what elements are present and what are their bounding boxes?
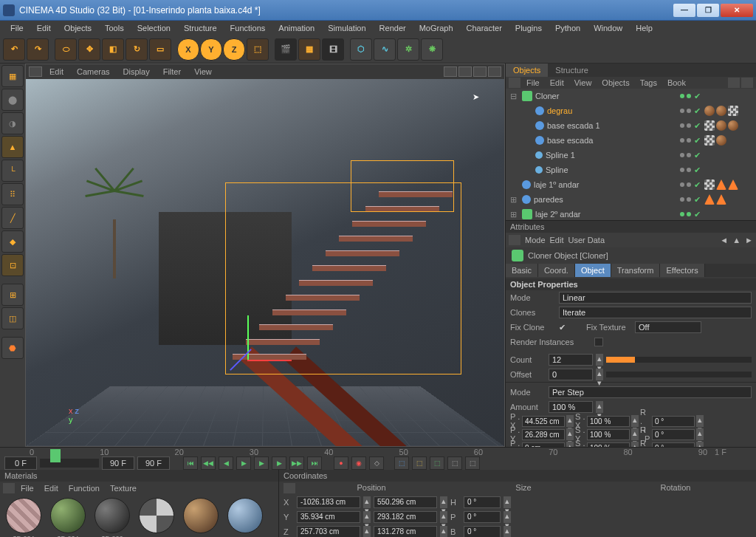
vp-menu-display[interactable]: Display — [117, 66, 156, 78]
enable-checkmark[interactable]: ✔ — [694, 136, 703, 146]
object-name[interactable]: base escada 1 — [547, 121, 650, 130]
s-spinner[interactable]: ▴▾ — [631, 428, 639, 440]
size-spinner[interactable]: ▴▾ — [440, 526, 447, 537]
attr-tab-transform[interactable]: Transform — [611, 264, 661, 277]
keyframe-sel-button[interactable]: ◇ — [369, 456, 384, 470]
edge-mode-button[interactable]: ╱ — [1, 207, 24, 229]
expand-icon[interactable]: ⊞ — [510, 210, 519, 219]
rotation-field[interactable]: 0 ° — [464, 526, 501, 537]
s-spinner[interactable]: ▴▾ — [631, 415, 639, 427]
material-item[interactable] — [180, 498, 221, 537]
visibility-dot[interactable] — [680, 123, 684, 128]
obj-menu-file[interactable]: File — [522, 77, 544, 89]
attr-tab-effectors[interactable]: Effectors — [660, 264, 704, 277]
position-spinner[interactable]: ▴▾ — [363, 526, 371, 537]
visibility-dot[interactable] — [680, 168, 684, 172]
tree-row[interactable]: ⊟ Cloner ✔ — [506, 89, 756, 103]
select-tool[interactable]: ⬭ — [55, 38, 77, 61]
object-name[interactable]: Spline 1 — [546, 151, 650, 160]
scale-tool[interactable]: ◧ — [102, 38, 124, 61]
object-name[interactable]: laje 2º andar — [535, 210, 650, 219]
size-field[interactable]: 131.278 cm — [374, 526, 437, 537]
model-mode-button[interactable]: ⬤ — [1, 89, 24, 111]
menu-animation[interactable]: Animation — [272, 22, 320, 34]
r-field[interactable]: 0 ° — [652, 429, 695, 440]
tree-row[interactable]: degrau ✔ — [506, 103, 756, 118]
tree-row[interactable]: Spline ✔ — [506, 163, 756, 177]
tag-icon[interactable] — [728, 120, 738, 131]
key-pla-button[interactable]: ⬚ — [465, 456, 480, 470]
material-item[interactable]: 3D 026 — [92, 498, 133, 537]
vp-menu-filter[interactable]: Filter — [157, 66, 187, 78]
amount-field[interactable]: 100 % — [549, 401, 593, 413]
material-item[interactable]: 3D 024 — [47, 498, 89, 537]
menu-window[interactable]: Window — [588, 22, 628, 34]
visibility-dot[interactable] — [687, 197, 691, 202]
visibility-dot[interactable] — [680, 109, 684, 113]
polygon-mode-button[interactable]: ◆ — [1, 230, 24, 253]
undo-button[interactable]: ↶ — [3, 38, 25, 61]
offset-slider[interactable] — [606, 372, 752, 377]
objects-config-icon[interactable] — [509, 78, 520, 88]
window-maximize-button[interactable]: ❐ — [697, 4, 719, 17]
vp-nav-zoom-icon[interactable] — [458, 66, 472, 77]
rotation-field[interactable]: 0 ° — [464, 511, 501, 523]
enable-checkmark[interactable]: ✔ — [694, 165, 703, 175]
objects-filter-icon[interactable] — [741, 78, 753, 88]
tag-icon[interactable] — [716, 106, 726, 116]
last-tool[interactable]: ▭ — [149, 38, 171, 61]
add-generator-button[interactable]: ✲ — [397, 38, 419, 61]
object-name[interactable]: base escada — [547, 136, 650, 145]
count-spinner[interactable]: ▴▾ — [596, 354, 603, 366]
record-button[interactable]: ● — [334, 456, 348, 470]
tag-icon[interactable] — [704, 179, 715, 190]
p-field[interactable]: 44.525 cm — [522, 416, 565, 427]
visibility-dot[interactable] — [680, 94, 684, 98]
object-name[interactable]: paredes — [534, 195, 650, 204]
timeline-ruler[interactable]: 0102030405060708090 1 F — [0, 447, 756, 456]
perspective-viewport[interactable]: x zy ➤ — [26, 79, 504, 446]
key-pos-button[interactable]: ⬚ — [394, 456, 409, 470]
play-back-button[interactable]: ▶ — [236, 456, 251, 470]
tag-icon[interactable] — [704, 135, 715, 146]
tree-row[interactable]: Spline 1 ✔ — [506, 148, 756, 163]
enable-checkmark[interactable]: ✔ — [694, 210, 703, 219]
attr-nav-fwd[interactable]: ► — [745, 236, 753, 244]
position-spinner[interactable]: ▴▾ — [363, 511, 371, 523]
enable-checkmark[interactable]: ✔ — [694, 106, 703, 116]
rotation-spinner[interactable]: ▴▾ — [504, 511, 511, 523]
tree-row[interactable]: ⊞ paredes ✔ — [506, 192, 756, 207]
objects-tab[interactable]: Objects — [506, 64, 548, 77]
move-tool[interactable]: ✥ — [78, 38, 100, 61]
visibility-dot[interactable] — [680, 212, 684, 216]
add-primitive-button[interactable]: ⬡ — [350, 38, 372, 61]
autokey-button[interactable]: ◉ — [351, 456, 366, 470]
visibility-dot[interactable] — [687, 182, 691, 187]
viewport-solo-button[interactable]: ⊡ — [1, 254, 24, 276]
mat-menu-texture[interactable]: Texture — [106, 482, 141, 494]
objects-tree[interactable]: ⊟ Cloner ✔ degrau ✔ base escada 1 ✔ base… — [506, 89, 756, 220]
lock-y-button[interactable]: Y — [200, 38, 222, 61]
coord-system-button[interactable]: ⬚ — [247, 38, 269, 61]
vp-nav-pan-icon[interactable] — [444, 66, 457, 77]
mat-menu-function[interactable]: Function — [64, 482, 104, 494]
position-field[interactable]: 35.934 cm — [297, 511, 360, 523]
materials-config-icon[interactable] — [3, 483, 15, 493]
render-active-button[interactable]: ▦ — [298, 38, 320, 61]
vp-menu-view[interactable]: View — [188, 66, 218, 78]
r-spinner[interactable]: ▴▾ — [696, 415, 704, 427]
amount-spinner[interactable]: ▴▾ — [596, 401, 603, 413]
key-scale-button[interactable]: ⬚ — [412, 456, 427, 470]
s-field[interactable]: 100 % — [587, 429, 630, 440]
menu-mograph[interactable]: MoGraph — [413, 22, 459, 34]
r-spinner[interactable]: ▴▾ — [696, 428, 704, 440]
tree-row[interactable]: ⊞ laje 2º andar ✔ — [506, 207, 756, 220]
tag-icon[interactable] — [704, 106, 715, 116]
object-name[interactable]: Cloner — [535, 92, 650, 100]
frame-start-field[interactable]: 0 F — [4, 456, 37, 470]
visibility-dot[interactable] — [687, 138, 691, 143]
rotation-field[interactable]: 0 ° — [464, 496, 501, 508]
menu-objects[interactable]: Objects — [58, 22, 97, 34]
clones-dropdown[interactable]: Iterate — [559, 307, 752, 318]
attr-menu-edit[interactable]: Edit — [550, 236, 564, 244]
